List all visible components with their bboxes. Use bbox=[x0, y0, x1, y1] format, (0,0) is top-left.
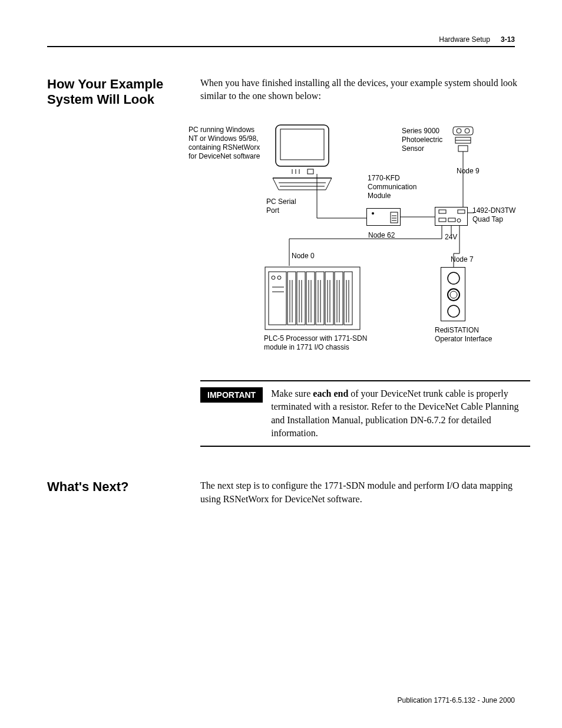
plc-chassis-icon bbox=[264, 266, 361, 331]
label-pc: PC running Windows NT or Windows 95/98, … bbox=[189, 126, 265, 161]
pc-monitor-icon bbox=[270, 122, 335, 196]
section-heading-whats-next: What's Next? bbox=[47, 479, 200, 495]
svg-rect-25 bbox=[448, 218, 455, 222]
svg-rect-34 bbox=[306, 272, 315, 325]
label-kfd: 1770-KFD Communication Module bbox=[368, 174, 427, 200]
svg-point-56 bbox=[448, 305, 459, 317]
running-header: Hardware Setup 3-13 bbox=[47, 35, 515, 44]
important-text-pre: Make sure bbox=[271, 388, 313, 398]
important-text-bold: each end bbox=[313, 388, 348, 398]
header-rule bbox=[47, 46, 515, 47]
svg-point-16 bbox=[372, 212, 374, 215]
svg-rect-36 bbox=[325, 272, 333, 325]
svg-point-28 bbox=[272, 276, 275, 279]
important-tag: IMPORTANT bbox=[200, 387, 263, 403]
svg-rect-37 bbox=[335, 272, 343, 325]
svg-rect-14 bbox=[458, 146, 468, 151]
svg-rect-26 bbox=[265, 267, 360, 330]
quadtap-icon bbox=[435, 207, 468, 226]
svg-point-54 bbox=[448, 289, 459, 301]
label-24v: 24V bbox=[445, 233, 457, 242]
svg-point-29 bbox=[277, 276, 281, 279]
whats-next-body: The next step is to configure the 1771-S… bbox=[200, 479, 515, 506]
label-node7: Node 7 bbox=[451, 255, 474, 264]
label-quadtap: 1492-DN3TW Quad Tap bbox=[472, 206, 525, 224]
label-node0: Node 0 bbox=[292, 252, 315, 261]
label-pc-serial: PC Serial Port bbox=[266, 197, 302, 215]
label-redistation: RediSTATION Operator Interface bbox=[435, 326, 505, 344]
kfd-module-icon bbox=[366, 208, 401, 226]
svg-rect-1 bbox=[280, 129, 324, 160]
svg-point-53 bbox=[448, 272, 459, 284]
page-number: 3-13 bbox=[501, 35, 515, 44]
svg-rect-33 bbox=[297, 272, 305, 325]
important-text: Make sure each end of your DeviceNet tru… bbox=[271, 387, 530, 440]
svg-rect-8 bbox=[308, 169, 313, 174]
svg-point-11 bbox=[465, 129, 470, 133]
svg-rect-32 bbox=[287, 272, 296, 325]
label-plc: PLC-5 Processor with 1771-SDN module in … bbox=[264, 334, 370, 352]
svg-rect-17 bbox=[391, 212, 398, 223]
svg-rect-35 bbox=[316, 272, 324, 325]
section-heading-example-system: How Your Example System Will Look bbox=[47, 77, 200, 108]
svg-point-55 bbox=[450, 291, 457, 298]
svg-point-23 bbox=[457, 219, 461, 222]
svg-point-10 bbox=[457, 129, 461, 133]
important-callout: IMPORTANT Make sure each end of your Dev… bbox=[200, 380, 530, 447]
svg-rect-9 bbox=[453, 127, 473, 135]
system-diagram: PC running Windows NT or Windows 95/98, … bbox=[200, 115, 530, 363]
label-sensor: Series 9000 Photoelectric Sensor bbox=[402, 127, 449, 153]
svg-rect-27 bbox=[269, 272, 286, 325]
chapter-label: Hardware Setup bbox=[439, 35, 490, 44]
label-node62: Node 62 bbox=[368, 231, 395, 240]
svg-rect-21 bbox=[439, 210, 446, 213]
label-node9: Node 9 bbox=[457, 167, 480, 176]
section1-intro: When you have finished installing all th… bbox=[200, 77, 530, 103]
svg-rect-22 bbox=[458, 210, 465, 213]
svg-rect-24 bbox=[439, 218, 446, 222]
svg-rect-38 bbox=[344, 272, 352, 325]
redistation-icon bbox=[441, 267, 465, 321]
sensor-icon bbox=[452, 126, 474, 158]
